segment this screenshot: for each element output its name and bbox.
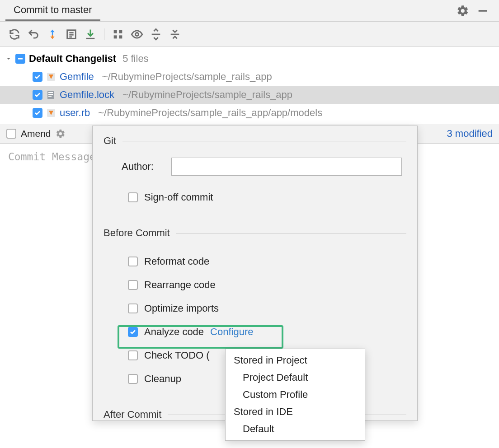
section-line bbox=[176, 233, 406, 233]
option-label: Optimize imports bbox=[144, 303, 219, 314]
file-checkbox[interactable] bbox=[33, 108, 42, 118]
file-name: user.rb bbox=[60, 107, 90, 119]
svg-rect-5 bbox=[114, 30, 117, 33]
author-input[interactable] bbox=[171, 158, 402, 176]
file-path: ~/RubymineProjects/sample_rails_app bbox=[122, 89, 292, 101]
text-file-icon bbox=[46, 90, 56, 100]
option-checkbox[interactable] bbox=[128, 280, 138, 290]
svg-rect-17 bbox=[48, 96, 52, 97]
shelve-icon[interactable] bbox=[84, 28, 97, 41]
option-label: Analyze code bbox=[144, 326, 204, 338]
dropdown-item[interactable]: Custom Profile bbox=[226, 386, 365, 403]
gear-icon[interactable] bbox=[457, 5, 469, 17]
collapse-all-icon[interactable] bbox=[169, 28, 181, 41]
tab-title: Commit to master bbox=[14, 4, 92, 16]
file-path: ~/RubymineProjects/sample_rails_app bbox=[102, 71, 272, 83]
diff-icon[interactable] bbox=[65, 28, 78, 41]
dropdown-item[interactable]: Stored in IDE bbox=[226, 403, 365, 420]
signoff-label: Sign-off commit bbox=[144, 191, 213, 203]
commit-message-placeholder: Commit Message bbox=[8, 151, 96, 163]
view-options-icon[interactable] bbox=[131, 28, 143, 41]
author-label: Author: bbox=[122, 161, 171, 173]
changelist-row[interactable]: Default Changelist 5 files bbox=[0, 50, 499, 68]
gear-icon[interactable] bbox=[56, 129, 66, 139]
file-checkbox[interactable] bbox=[33, 72, 42, 82]
analyze-profile-dropdown: Stored in Project Project Default Custom… bbox=[225, 349, 365, 441]
signoff-checkbox[interactable] bbox=[128, 192, 138, 202]
group-by-icon[interactable] bbox=[112, 28, 124, 41]
option-label: Cleanup bbox=[144, 373, 181, 385]
dropdown-item[interactable]: Default bbox=[226, 420, 365, 438]
ruby-file-icon bbox=[46, 108, 56, 118]
option-checkbox[interactable] bbox=[128, 257, 138, 266]
tab-commit[interactable]: Commit to master bbox=[5, 0, 100, 21]
option-row[interactable]: Reformat code bbox=[128, 250, 406, 273]
option-checkbox[interactable] bbox=[128, 350, 138, 360]
file-checkbox[interactable] bbox=[33, 90, 42, 100]
svg-rect-16 bbox=[48, 94, 53, 95]
option-row[interactable]: Optimize imports bbox=[128, 297, 406, 320]
expand-all-icon[interactable] bbox=[150, 28, 162, 41]
file-row[interactable]: Gemfile.lock ~/RubymineProjects/sample_r… bbox=[0, 86, 499, 104]
svg-rect-8 bbox=[119, 35, 122, 38]
option-checkbox[interactable] bbox=[128, 374, 138, 384]
changelist-name: Default Changelist bbox=[29, 53, 116, 65]
section-title-before: Before Commit bbox=[104, 227, 170, 239]
option-checkbox[interactable] bbox=[128, 327, 138, 337]
minimize-icon[interactable] bbox=[476, 5, 489, 17]
file-row[interactable]: Gemfile ~/RubymineProjects/sample_rails_… bbox=[0, 68, 499, 86]
option-row[interactable]: Rearrange code bbox=[128, 273, 406, 297]
dropdown-item[interactable]: Stored in Project bbox=[226, 352, 365, 369]
option-row[interactable]: Analyze code Configure bbox=[128, 320, 406, 344]
file-path: ~/RubymineProjects/sample_rails_app/app/… bbox=[98, 107, 322, 119]
modified-count[interactable]: 3 modified bbox=[447, 128, 493, 140]
refresh-icon[interactable] bbox=[8, 28, 21, 41]
dropdown-item[interactable]: Project Default bbox=[226, 369, 365, 386]
chevron-down-icon[interactable] bbox=[5, 56, 12, 62]
option-label: Rearrange code bbox=[144, 279, 216, 291]
section-title-after: After Commit bbox=[104, 409, 161, 420]
commit-toolbar bbox=[0, 22, 499, 47]
toolbar-separator bbox=[104, 28, 104, 40]
section-title-git: Git bbox=[104, 135, 116, 147]
changelist-tree: Default Changelist 5 files Gemfile ~/Rub… bbox=[0, 47, 499, 124]
svg-point-9 bbox=[136, 33, 139, 36]
section-line bbox=[122, 141, 406, 141]
configure-link[interactable]: Configure bbox=[210, 326, 253, 338]
amend-checkbox[interactable] bbox=[6, 129, 16, 139]
svg-rect-7 bbox=[114, 35, 117, 38]
ruby-file-icon bbox=[46, 72, 56, 82]
svg-rect-6 bbox=[119, 30, 122, 33]
option-label: Check TODO ( bbox=[144, 350, 210, 361]
file-name: Gemfile bbox=[60, 71, 94, 83]
amend-label: Amend bbox=[21, 128, 51, 139]
option-checkbox[interactable] bbox=[128, 303, 138, 313]
svg-rect-15 bbox=[48, 92, 53, 93]
tristate-checkbox[interactable] bbox=[15, 54, 25, 64]
file-count: 5 files bbox=[122, 53, 148, 65]
option-label: Reformat code bbox=[144, 256, 209, 267]
rollback-icon[interactable] bbox=[46, 28, 59, 41]
tab-bar: Commit to master bbox=[0, 0, 499, 22]
file-name: Gemfile.lock bbox=[60, 89, 114, 101]
file-row[interactable]: user.rb ~/RubymineProjects/sample_rails_… bbox=[0, 104, 499, 122]
undo-icon[interactable] bbox=[27, 28, 40, 41]
